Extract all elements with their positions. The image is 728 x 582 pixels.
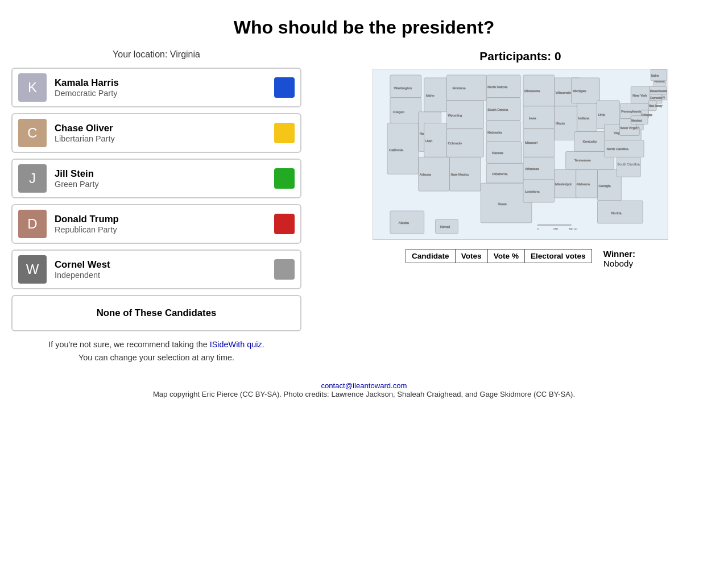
party-color-cornel xyxy=(274,259,295,280)
svg-text:0: 0 xyxy=(537,227,539,231)
candidate-list: KKamala HarrisDemocratic PartyCChase Oli… xyxy=(11,68,301,289)
party-color-jill xyxy=(274,168,295,189)
svg-text:Louisiana: Louisiana xyxy=(525,190,540,193)
svg-text:Iowa: Iowa xyxy=(529,117,536,120)
winner-box: Winner: Nobody xyxy=(603,249,635,268)
svg-text:Arkansas: Arkansas xyxy=(525,167,539,171)
svg-text:Kentucky: Kentucky xyxy=(583,140,597,143)
page-title: Who should be the president? xyxy=(0,0,728,49)
svg-text:Texas: Texas xyxy=(498,202,507,206)
svg-text:Massachusetts: Massachusetts xyxy=(650,90,668,93)
candidate-card-trump[interactable]: DDonald TrumpRepublican Party xyxy=(11,204,301,244)
svg-text:California: California xyxy=(389,148,404,152)
svg-text:Wyoming: Wyoming xyxy=(448,114,462,117)
svg-text:Colorado: Colorado xyxy=(448,142,462,145)
candidate-avatar-chase: C xyxy=(18,119,47,147)
svg-text:Hawaii: Hawaii xyxy=(440,225,450,228)
svg-text:Oklahoma: Oklahoma xyxy=(492,172,508,176)
svg-rect-36 xyxy=(523,106,555,129)
candidate-party-cornel: Independent xyxy=(55,271,268,280)
svg-text:Georgia: Georgia xyxy=(598,184,611,188)
svg-text:New York: New York xyxy=(632,94,647,97)
svg-text:Pennsylvania: Pennsylvania xyxy=(621,110,642,113)
candidate-party-jill: Green Party xyxy=(55,180,268,189)
contact-link[interactable]: contact@ileantoward.com xyxy=(321,381,407,390)
svg-text:New Jersey: New Jersey xyxy=(649,105,663,107)
svg-text:DC: DC xyxy=(636,126,640,129)
svg-text:Kansas: Kansas xyxy=(492,151,503,155)
svg-text:South Dakota: South Dakota xyxy=(487,108,508,111)
party-color-chase xyxy=(274,123,295,143)
footer: contact@ileantoward.com Map copyright Er… xyxy=(0,381,728,410)
candidate-party-kamala: Democratic Party xyxy=(55,89,268,98)
candidate-name-trump: Donald Trump xyxy=(55,214,268,225)
us-map: Washington Oregon California Nevada Idah… xyxy=(373,69,668,242)
svg-text:Washington: Washington xyxy=(394,86,412,90)
svg-text:New Mexico: New Mexico xyxy=(450,173,469,176)
table-header: Candidate xyxy=(406,249,455,263)
svg-text:Illinois: Illinois xyxy=(556,122,565,125)
candidate-card-jill[interactable]: JJill SteinGreen Party xyxy=(11,159,301,198)
candidate-name-kamala: Kamala Harris xyxy=(55,77,268,89)
candidate-avatar-jill: J xyxy=(18,164,47,193)
quiz-text: If you're not sure, we recommend taking … xyxy=(11,338,301,364)
svg-text:500 mi: 500 mi xyxy=(569,227,577,231)
svg-text:Florida: Florida xyxy=(611,211,622,215)
none-of-these-button[interactable]: None of These Candidates xyxy=(11,295,301,331)
svg-text:Michigan: Michigan xyxy=(573,89,586,93)
candidate-name-chase: Chase Oliver xyxy=(55,123,268,134)
svg-text:Tennessee: Tennessee xyxy=(574,159,592,162)
candidate-avatar-trump: D xyxy=(18,210,47,238)
left-panel: Your location: Virginia KKamala HarrisDe… xyxy=(11,49,301,364)
svg-text:North Dakota: North Dakota xyxy=(487,85,508,89)
candidate-name-cornel: Cornel West xyxy=(55,259,268,271)
svg-text:Alaska: Alaska xyxy=(399,221,410,225)
participants-title: Participants: 0 xyxy=(324,49,717,63)
svg-text:RI: RI xyxy=(663,96,665,99)
svg-text:Ohio: Ohio xyxy=(598,113,605,117)
party-color-trump xyxy=(274,214,295,234)
svg-text:Maine: Maine xyxy=(651,74,659,77)
party-color-kamala xyxy=(274,77,295,98)
candidate-party-trump: Republican Party xyxy=(55,225,268,234)
candidate-card-cornel[interactable]: WCornel WestIndependent xyxy=(11,250,301,289)
candidate-name-jill: Jill Stein xyxy=(55,168,268,180)
candidate-avatar-cornel: W xyxy=(18,255,47,284)
svg-text:Wisconsin: Wisconsin xyxy=(556,91,571,94)
results-table: CandidateVotesVote %Electoral votes xyxy=(406,249,592,263)
winner-value: Nobody xyxy=(603,259,635,268)
svg-text:Montana: Montana xyxy=(452,86,466,90)
svg-text:Indiana: Indiana xyxy=(578,117,590,120)
svg-text:North Carolina: North Carolina xyxy=(606,147,628,151)
winner-label: Winner: xyxy=(603,249,635,259)
svg-text:Nebraska: Nebraska xyxy=(487,131,502,134)
table-header: Electoral votes xyxy=(524,249,592,263)
isidewith-link[interactable]: ISideWith quiz xyxy=(210,340,262,349)
svg-text:Missouri: Missouri xyxy=(525,141,537,144)
svg-text:Alabama: Alabama xyxy=(577,182,590,186)
svg-text:South Carolina: South Carolina xyxy=(617,163,640,166)
svg-text:Mississippi: Mississippi xyxy=(555,182,572,186)
copyright-text: Map copyright Eric Pierce (CC BY-SA). Ph… xyxy=(0,390,728,398)
candidate-card-kamala[interactable]: KKamala HarrisDemocratic Party xyxy=(11,68,301,107)
location-text: Your location: Virginia xyxy=(11,49,301,60)
table-header: Votes xyxy=(455,249,487,263)
svg-text:Arizona: Arizona xyxy=(420,173,432,176)
right-panel: Participants: 0 Washington Oregon Califo… xyxy=(324,49,717,268)
svg-rect-66 xyxy=(617,157,640,177)
svg-text:Utah: Utah xyxy=(425,139,433,143)
svg-text:Idaho: Idaho xyxy=(426,94,435,97)
candidate-party-chase: Libertarian Party xyxy=(55,134,268,143)
svg-text:Minnesota: Minnesota xyxy=(524,89,540,93)
svg-text:Maryland: Maryland xyxy=(631,119,642,122)
results-area: CandidateVotesVote %Electoral votes Winn… xyxy=(324,249,717,268)
table-header: Vote % xyxy=(487,249,524,263)
svg-text:250: 250 xyxy=(553,227,559,231)
svg-text:Oregon: Oregon xyxy=(393,110,404,114)
candidate-card-chase[interactable]: CChase OliverLibertarian Party xyxy=(11,113,301,153)
candidate-avatar-kamala: K xyxy=(18,73,47,102)
